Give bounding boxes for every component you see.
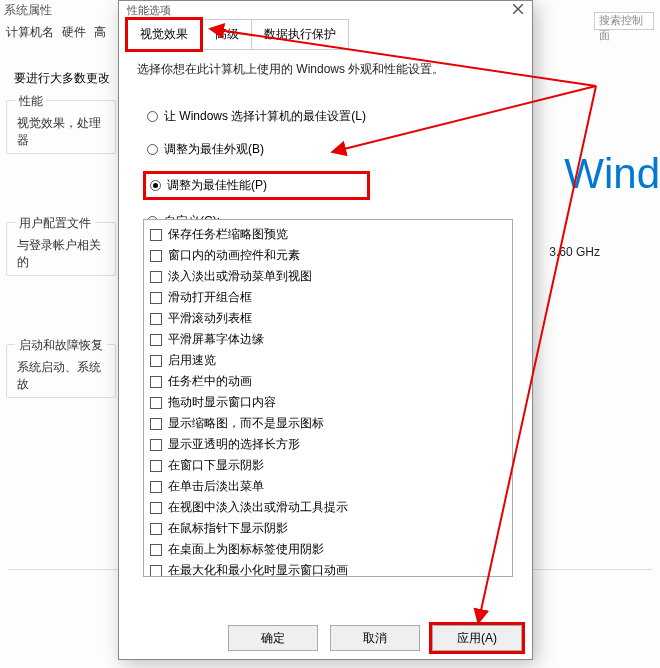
ok-button[interactable]: 确定 [228,625,318,651]
checklist-item-label: 启用速览 [168,352,216,369]
bg-group-performance: 性能 视觉效果，处理器 [6,100,116,154]
checklist-item[interactable]: 平滑滚动列表框 [150,308,506,329]
radio-icon [147,111,158,122]
radio-label: 调整为最佳外观(B) [164,141,264,158]
checklist-item[interactable]: 在鼠标指针下显示阴影 [150,518,506,539]
checkbox-icon [150,292,162,304]
bg-group-performance-title: 性能 [15,93,47,110]
checkbox-icon [150,544,162,556]
checkbox-icon [150,355,162,367]
checkbox-icon [150,313,162,325]
checklist-item-label: 显示亚透明的选择长方形 [168,436,300,453]
checkbox-icon [150,229,162,241]
checklist-item[interactable]: 在窗口下显示阴影 [150,455,506,476]
checklist-item-label: 保存任务栏缩略图预览 [168,226,288,243]
checklist-item[interactable]: 在最大化和最小化时显示窗口动画 [150,560,506,577]
performance-options-dialog: 性能选项 视觉效果 高级 数据执行保护 选择你想在此计算机上使用的 Window… [118,0,533,660]
checklist-item[interactable]: 拖动时显示窗口内容 [150,392,506,413]
checklist-item-label: 在最大化和最小化时显示窗口动画 [168,562,348,577]
bg-msg: 要进行大多数更改 [14,70,110,87]
checklist-item[interactable]: 平滑屏幕字体边缘 [150,329,506,350]
bg-tabs: 计算机名 硬件 高 [0,20,112,45]
checkbox-icon [150,376,162,388]
radio-label: 调整为最佳性能(P) [167,177,267,194]
checkbox-icon [150,271,162,283]
checklist-item-label: 淡入淡出或滑动菜单到视图 [168,268,312,285]
checkbox-icon [150,397,162,409]
checklist-item[interactable]: 任务栏中的动画 [150,371,506,392]
tab-dep[interactable]: 数据执行保护 [252,19,349,50]
checkbox-icon [150,460,162,472]
bg-tab-hardware[interactable]: 硬件 [62,24,86,41]
checklist-item-label: 平滑滚动列表框 [168,310,252,327]
bg-group-user-profile: 用户配置文件 与登录帐户相关的 [6,222,116,276]
checklist-item[interactable]: 淡入淡出或滑动菜单到视图 [150,266,506,287]
checkbox-icon [150,481,162,493]
bg-window-title: 系统属性 [4,2,52,19]
checkbox-icon [150,418,162,430]
checklist-item-label: 拖动时显示窗口内容 [168,394,276,411]
checkbox-icon [150,502,162,514]
checklist-item[interactable]: 启用速览 [150,350,506,371]
checklist-item-label: 在桌面上为图标标签使用阴影 [168,541,324,558]
checklist-item-label: 滑动打开组合框 [168,289,252,306]
radio-group: 让 Windows 选择计算机的最佳设置(L) 调整为最佳外观(B) 调整为最佳… [143,105,370,233]
apply-button[interactable]: 应用(A) [432,625,522,651]
dialog-tabs: 视觉效果 高级 数据执行保护 [125,17,349,52]
bg-group-user-profile-title: 用户配置文件 [15,215,95,232]
cpu-ghz-value: 3.60 GHz [549,245,600,259]
radio-best-appearance[interactable]: 调整为最佳外观(B) [143,138,370,161]
radio-label: 让 Windows 选择计算机的最佳设置(L) [164,108,366,125]
windows-logo-text: Wind [564,150,660,198]
dialog-description: 选择你想在此计算机上使用的 Windows 外观和性能设置。 [137,61,444,78]
checkbox-icon [150,523,162,535]
checklist-item-label: 窗口内的动画控件和元素 [168,247,300,264]
checklist-item[interactable]: 显示亚透明的选择长方形 [150,434,506,455]
tab-visual-effects[interactable]: 视觉效果 [125,17,203,52]
checklist-item-label: 平滑屏幕字体边缘 [168,331,264,348]
visual-effects-checklist[interactable]: 保存任务栏缩略图预览窗口内的动画控件和元素淡入淡出或滑动菜单到视图滑动打开组合框… [143,219,513,577]
search-input[interactable]: 搜索控制面 [594,12,654,30]
tab-advanced[interactable]: 高级 [203,19,252,50]
bg-group-startup-title: 启动和故障恢复 [15,337,107,354]
checkbox-icon [150,250,162,262]
radio-best-performance[interactable]: 调整为最佳性能(P) [143,171,370,200]
checkbox-icon [150,439,162,451]
checklist-item-label: 在鼠标指针下显示阴影 [168,520,288,537]
close-icon[interactable] [512,3,524,15]
checkbox-icon [150,334,162,346]
radio-let-windows-choose[interactable]: 让 Windows 选择计算机的最佳设置(L) [143,105,370,128]
radio-icon [150,180,161,191]
bg-tab-advanced[interactable]: 高 [94,24,106,41]
checklist-item-label: 在窗口下显示阴影 [168,457,264,474]
radio-icon [147,144,158,155]
checklist-item-label: 任务栏中的动画 [168,373,252,390]
checkbox-icon [150,565,162,577]
bg-group-startup: 启动和故障恢复 系统启动、系统故 [6,344,116,398]
checklist-item[interactable]: 在桌面上为图标标签使用阴影 [150,539,506,560]
checklist-item[interactable]: 窗口内的动画控件和元素 [150,245,506,266]
dialog-title: 性能选项 [127,3,171,18]
bg-tab-computer-name[interactable]: 计算机名 [6,24,54,41]
dialog-button-row: 确定 取消 应用(A) [228,625,522,651]
checklist-item[interactable]: 在视图中淡入淡出或滑动工具提示 [150,497,506,518]
checklist-item-label: 显示缩略图，而不是显示图标 [168,415,324,432]
cancel-button[interactable]: 取消 [330,625,420,651]
checklist-item[interactable]: 显示缩略图，而不是显示图标 [150,413,506,434]
checklist-item[interactable]: 滑动打开组合框 [150,287,506,308]
checklist-item-label: 在单击后淡出菜单 [168,478,264,495]
checklist-item-label: 在视图中淡入淡出或滑动工具提示 [168,499,348,516]
checklist-item[interactable]: 在单击后淡出菜单 [150,476,506,497]
checklist-item[interactable]: 保存任务栏缩略图预览 [150,224,506,245]
